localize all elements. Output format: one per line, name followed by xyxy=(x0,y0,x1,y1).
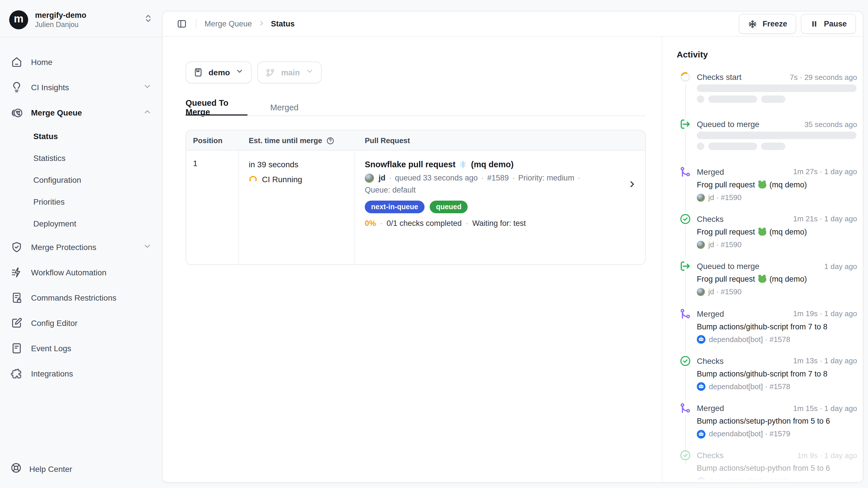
pr-badges: next-in-queuequeued xyxy=(365,201,622,213)
chevron-down-icon xyxy=(143,242,152,253)
activity-pr-title[interactable]: Frog pull request(mq demo) xyxy=(697,179,857,191)
pr-meta-line: jd · queued 33 seconds ago · #1589 · Pri… xyxy=(365,172,622,183)
activity-pr-author-line: jd · #1590 xyxy=(697,192,857,203)
activity-entry-body: Frog pull request(mq demo)jd · #1590 xyxy=(697,179,857,203)
git-branch-icon xyxy=(266,67,275,77)
queue-content: demo main Queued To Merge M xyxy=(162,37,663,482)
activity-event-label: Merged xyxy=(697,167,724,176)
sidebar-item-event-logs[interactable]: Event Logs xyxy=(6,336,156,361)
breadcrumb-merge-queue[interactable]: Merge Queue xyxy=(205,20,252,28)
activity-skeleton xyxy=(697,85,857,103)
eta-value: in 39 seconds xyxy=(249,159,354,170)
activity-entry: Checks1m 9s · 1 day agoBump actions/setu… xyxy=(662,450,863,483)
activity-pr-author-line: jd · #1590 xyxy=(697,286,857,298)
activity-event-label: Checks xyxy=(697,356,723,366)
workspace-owner: Julien Danjou xyxy=(35,20,137,29)
activity-pr-title[interactable]: Bump actions/github-script from 7 to 8 xyxy=(697,368,857,380)
activity-event-label: Merged xyxy=(697,309,724,318)
activity-event-time: 1 day ago xyxy=(824,262,857,270)
sidebar-item-statistics[interactable]: Statistics xyxy=(6,147,156,169)
activity-entry-body: Bump actions/github-script from 7 to 8de… xyxy=(697,368,857,393)
activity-event-label: Checks start xyxy=(697,73,742,82)
pr-number: #1589 xyxy=(487,172,509,183)
sidebar-item-integrations[interactable]: Integrations xyxy=(6,361,156,386)
sidebar-item-priorities[interactable]: Priorities xyxy=(6,191,156,213)
sidebar-item-label: Workflow Automation xyxy=(31,268,152,277)
lightbulb-icon xyxy=(10,81,23,94)
activity-event-label: Queued to merge xyxy=(697,120,760,129)
activity-pr-title[interactable]: Bump actions/setup-python from 5 to 6 xyxy=(697,415,857,427)
circle-check-icon xyxy=(678,354,692,368)
queued-to-merge-icon xyxy=(678,118,692,131)
sidebar-item-configuration[interactable]: Configuration xyxy=(6,169,156,191)
pr-title[interactable]: Snowflake pull request (mq demo) xyxy=(365,159,622,170)
sidebar-toggle-button[interactable] xyxy=(173,15,190,32)
pause-button[interactable]: Pause xyxy=(801,14,856,34)
sidebar-item-label: Config Editor xyxy=(31,318,152,327)
help-circle-icon[interactable] xyxy=(326,137,334,145)
sidebar-item-label: Statistics xyxy=(33,153,152,163)
tab-queued-to-merge[interactable]: Queued To Merge xyxy=(186,99,248,116)
repository-select[interactable]: demo xyxy=(186,61,252,83)
activity-entry-body: Bump actions/setup-python from 5 to 6dep… xyxy=(697,415,857,440)
activity-pr-title[interactable]: Bump actions/setup-python from 5 to 6 xyxy=(697,463,857,475)
tab-merged[interactable]: Merged xyxy=(270,99,299,116)
skeleton-bar xyxy=(761,95,785,103)
breadcrumb: Merge Queue Status xyxy=(205,19,295,28)
circle-check-icon xyxy=(678,212,692,226)
activity-entry: Merged1m 15s · 1 day agoBump actions/set… xyxy=(662,402,863,440)
activity-entry: Checks1m 13s · 1 day agoBump actions/git… xyxy=(662,355,863,393)
column-position: Position xyxy=(186,136,239,145)
queue-table: Position Est. time until merge Pull Requ… xyxy=(186,130,646,265)
jd-avatar xyxy=(697,288,705,296)
pr-priority: Priority: medium xyxy=(518,172,574,183)
sidebar-item-commands-restrictions[interactable]: Commands Restrictions xyxy=(6,285,156,310)
repo-book-icon xyxy=(194,68,203,77)
skeleton-bar xyxy=(708,95,757,103)
git-merge-icon xyxy=(678,165,692,178)
activity-entry: Merged1m 19s · 1 day agoBump actions/git… xyxy=(662,308,863,345)
sidebar-nav: HomeCI InsightsMerge QueueStatusStatisti… xyxy=(6,50,156,386)
checks-progress: 0% xyxy=(365,219,376,228)
pr-queue-name: Queue: default xyxy=(365,184,622,195)
sidebar-item-label: Home xyxy=(31,57,152,67)
skeleton-bar xyxy=(697,132,857,139)
freeze-button[interactable]: Freeze xyxy=(739,14,797,34)
table-row[interactable]: 1 in 39 seconds CI Running Snowflake pul… xyxy=(186,151,645,265)
activity-event-time: 1m 21s · 1 day ago xyxy=(793,215,857,223)
sidebar-item-workflow-automation[interactable]: Workflow Automation xyxy=(6,260,156,285)
workspace-switcher[interactable]: m mergify-demo Julien Danjou xyxy=(6,6,156,33)
page-header: Merge Queue Status Freeze Pause xyxy=(162,11,863,37)
activity-list: Checks start7s · 29 seconds agoQueued to… xyxy=(662,37,863,482)
activity-pr-title[interactable]: Frog pull request(mq demo) xyxy=(697,274,857,285)
sidebar-item-deployment[interactable]: Deployment xyxy=(6,213,156,234)
row-expand-chevron-icon[interactable] xyxy=(627,179,637,191)
eta-cell: in 39 seconds CI Running xyxy=(239,151,355,265)
activity-event-time: 35 seconds ago xyxy=(804,120,857,129)
dependabot-avatar xyxy=(697,382,706,391)
activity-pr-title[interactable]: Bump actions/github-script from 7 to 8 xyxy=(697,321,857,333)
sidebar-item-label: Integrations xyxy=(31,369,152,378)
activity-event-time: 1m 9s · 1 day ago xyxy=(797,451,857,460)
git-merge-icon xyxy=(678,307,692,320)
sidebar-item-home[interactable]: Home xyxy=(6,50,156,75)
pr-checks-status: 0% · 0/1 checks completed · Waiting for:… xyxy=(365,219,622,228)
activity-pr-title[interactable]: Frog pull request(mq demo) xyxy=(697,227,857,238)
queued-to-merge-icon xyxy=(678,259,692,273)
sidebar-item-merge-queue[interactable]: Merge Queue xyxy=(6,100,156,125)
activity-entry: Checks start7s · 29 seconds ago xyxy=(662,71,863,103)
spinner-icon xyxy=(678,70,692,84)
checks-completed: 0/1 checks completed xyxy=(386,219,462,228)
sidebar-item-status[interactable]: Status xyxy=(6,125,156,147)
jd-avatar xyxy=(697,194,705,201)
activity-pr-author-line: dependabot[bot] · #1579 xyxy=(697,476,857,483)
sidebar-item-label: Merge Protections xyxy=(31,242,135,252)
branch-select[interactable]: main xyxy=(258,61,322,83)
sidebar-item-merge-protections[interactable]: Merge Protections xyxy=(6,234,156,260)
activity-entry-body: Bump actions/setup-python from 5 to 6dep… xyxy=(697,463,857,483)
sidebar-item-ci-insights[interactable]: CI Insights xyxy=(6,75,156,100)
waiting-for: Waiting for: test xyxy=(472,219,526,228)
dependabot-avatar xyxy=(697,477,706,483)
sidebar-item-help-center[interactable]: Help Center xyxy=(6,460,77,478)
sidebar-item-config-editor[interactable]: Config Editor xyxy=(6,310,156,336)
